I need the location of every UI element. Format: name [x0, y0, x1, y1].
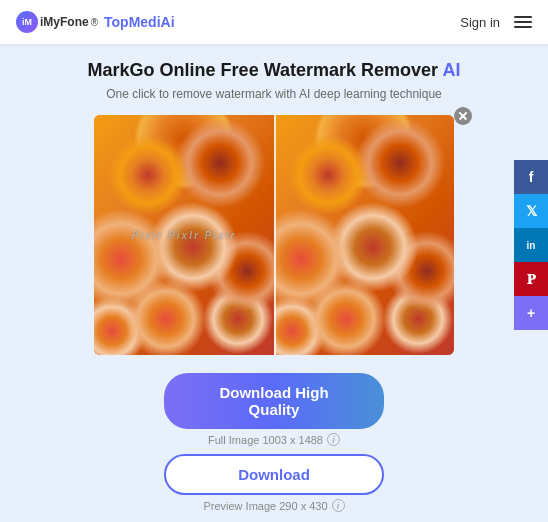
download-button[interactable]: Download — [164, 454, 384, 495]
linkedin-icon: in — [527, 240, 536, 251]
signin-button[interactable]: Sign in — [460, 15, 500, 30]
facebook-button[interactable]: f — [514, 160, 548, 194]
buttons-area: Download High Quality Full Image 1003 x … — [0, 373, 548, 512]
preview-info-text: Preview Image 290 x 430 — [203, 500, 327, 512]
main-content: MarkGo Online Free Watermark Remover AI … — [0, 44, 548, 512]
social-sidebar: f 𝕏 in 𝐏 + — [514, 160, 548, 330]
pinterest-button[interactable]: 𝐏 — [514, 262, 548, 296]
menu-button[interactable] — [514, 16, 532, 28]
hq-info-text: Full Image 1003 x 1488 — [208, 434, 323, 446]
preview-info-icon[interactable]: i — [332, 499, 345, 512]
topmediai-prefix: TopMedi — [104, 14, 161, 30]
download-high-quality-button[interactable]: Download High Quality — [164, 373, 384, 429]
image-after — [274, 115, 454, 355]
hq-info-icon[interactable]: i — [327, 433, 340, 446]
page-title: MarkGo Online Free Watermark Remover AI — [0, 60, 548, 81]
logo-area: iM iMyFone ® TopMediAi — [16, 11, 175, 33]
header: iM iMyFone ® TopMediAi Sign in — [0, 0, 548, 44]
plus-button[interactable]: + — [514, 296, 548, 330]
hq-info-label: Full Image 1003 x 1488 i — [208, 433, 340, 446]
pinterest-icon: 𝐏 — [527, 271, 536, 288]
divider-line — [274, 115, 276, 355]
close-button[interactable] — [454, 107, 472, 125]
facebook-icon: f — [529, 169, 534, 185]
before-image-bg — [94, 115, 274, 355]
page-subtitle: One click to remove watermark with AI de… — [0, 87, 548, 101]
ai-badge: AI — [442, 60, 460, 80]
imyfone-label: iMyFone — [40, 15, 89, 29]
imyfone-icon: iM — [16, 11, 38, 33]
linkedin-button[interactable]: in — [514, 228, 548, 262]
title-text: MarkGo Online Free Watermark Remover — [88, 60, 438, 80]
twitter-icon: 𝕏 — [526, 203, 537, 219]
image-before: Pixlr Pixlr Pixlr — [94, 115, 274, 355]
logo-separator: ® — [91, 17, 98, 28]
image-comparison: Pixlr Pixlr Pixlr — [84, 115, 464, 355]
preview-info-label: Preview Image 290 x 430 i — [203, 499, 344, 512]
imyfone-logo: iM iMyFone ® — [16, 11, 98, 33]
twitter-button[interactable]: 𝕏 — [514, 194, 548, 228]
header-actions: Sign in — [460, 15, 532, 30]
plus-icon: + — [527, 305, 535, 321]
after-image-bg — [274, 115, 454, 355]
topmediai-suffix: Ai — [161, 14, 175, 30]
topmediai-label: TopMediAi — [104, 14, 175, 30]
